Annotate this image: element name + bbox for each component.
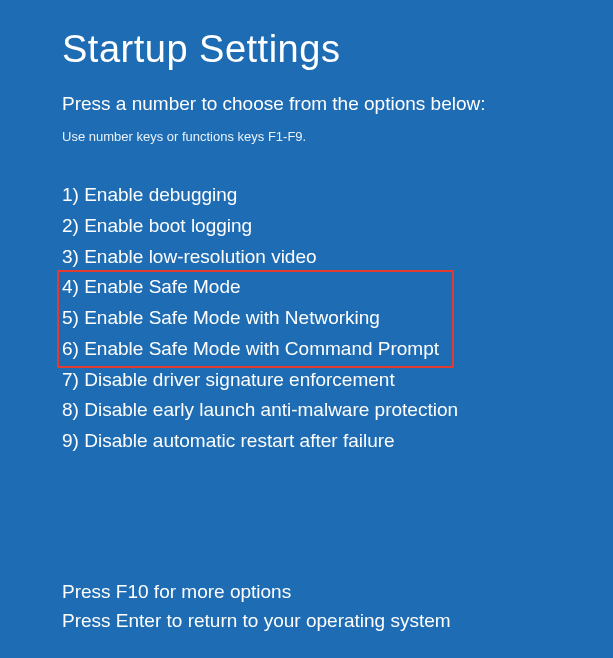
options-list: 1) Enable debugging 2) Enable boot loggi… — [62, 180, 458, 457]
option-number: 8) — [62, 399, 79, 420]
option-label: Enable Safe Mode — [84, 276, 240, 297]
option-number: 9) — [62, 430, 79, 451]
hint-text: Use number keys or functions keys F1-F9. — [62, 129, 613, 144]
option-label: Enable boot logging — [84, 215, 252, 236]
option-4-safe-mode[interactable]: 4) Enable Safe Mode — [62, 272, 458, 303]
option-label: Enable low-resolution video — [84, 246, 316, 267]
footer-more-options: Press F10 for more options — [62, 577, 613, 606]
page-title: Startup Settings — [62, 28, 613, 71]
option-5-safe-mode-networking[interactable]: 5) Enable Safe Mode with Networking — [62, 303, 458, 334]
footer-return: Press Enter to return to your operating … — [62, 606, 613, 635]
option-label: Disable driver signature enforcement — [84, 369, 395, 390]
instruction-text: Press a number to choose from the option… — [62, 93, 613, 115]
option-number: 2) — [62, 215, 79, 236]
option-3-low-res-video[interactable]: 3) Enable low-resolution video — [62, 242, 458, 273]
option-label: Enable debugging — [84, 184, 237, 205]
option-1-debugging[interactable]: 1) Enable debugging — [62, 180, 458, 211]
option-number: 5) — [62, 307, 79, 328]
option-number: 7) — [62, 369, 79, 390]
option-6-safe-mode-cmd[interactable]: 6) Enable Safe Mode with Command Prompt — [62, 334, 458, 365]
option-number: 1) — [62, 184, 79, 205]
option-9-disable-auto-restart[interactable]: 9) Disable automatic restart after failu… — [62, 426, 458, 457]
option-label: Enable Safe Mode with Command Prompt — [84, 338, 439, 359]
option-label: Disable automatic restart after failure — [84, 430, 394, 451]
option-8-disable-antimalware[interactable]: 8) Disable early launch anti-malware pro… — [62, 395, 458, 426]
footer: Press F10 for more options Press Enter t… — [62, 577, 613, 636]
option-label: Enable Safe Mode with Networking — [84, 307, 380, 328]
option-7-disable-driver-sig[interactable]: 7) Disable driver signature enforcement — [62, 365, 458, 396]
option-number: 3) — [62, 246, 79, 267]
option-2-boot-logging[interactable]: 2) Enable boot logging — [62, 211, 458, 242]
option-number: 4) — [62, 276, 79, 297]
option-label: Disable early launch anti-malware protec… — [84, 399, 458, 420]
option-number: 6) — [62, 338, 79, 359]
